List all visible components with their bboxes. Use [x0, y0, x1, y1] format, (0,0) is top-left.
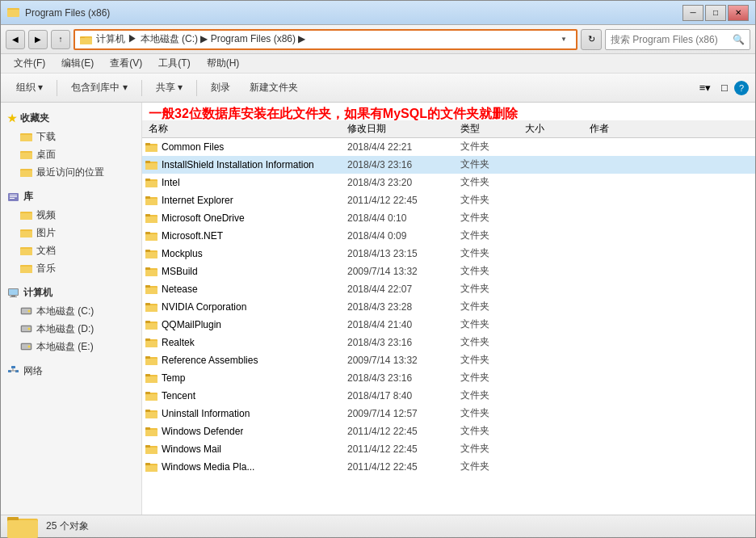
table-row[interactable]: MSBuild 2009/7/14 13:32 文件夹 — [142, 263, 755, 280]
table-row[interactable]: QQMailPlugin 2018/4/4 21:40 文件夹 — [142, 316, 755, 334]
table-row[interactable]: Tencent 2018/4/17 8:40 文件夹 — [142, 387, 755, 405]
svg-rect-89 — [145, 410, 150, 412]
address-folder-icon — [80, 33, 93, 46]
maximize-button[interactable]: □ — [705, 5, 726, 21]
svg-rect-95 — [145, 445, 150, 448]
sidebar-item-recent[interactable]: 最近访问的位置 — [1, 163, 141, 181]
pane-toggle-button[interactable]: □ — [715, 78, 734, 98]
file-list: Common Files 2018/4/4 22:21 文件夹 InstallS… — [142, 138, 755, 476]
sidebar-item-videos[interactable]: 视频 — [1, 206, 141, 224]
drive-e-icon — [20, 341, 33, 352]
sidebar-item-downloads[interactable]: 下载 — [1, 128, 141, 145]
address-dropdown-btn[interactable]: ▼ — [556, 31, 571, 48]
sidebar-drive-c[interactable]: 本地磁盘 (C:) — [1, 302, 141, 320]
sidebar-item-desktop[interactable]: 桌面 — [1, 145, 141, 163]
organize-button[interactable]: 组织 ▾ — [7, 77, 52, 99]
table-row[interactable]: Netease 2018/4/4 22:07 文件夹 — [142, 280, 755, 298]
file-name-cell: Netease — [145, 284, 347, 295]
status-bar: 25 个对象 — [1, 515, 755, 537]
table-row[interactable]: Reference Assemblies 2009/7/14 13:32 文件夹 — [142, 351, 755, 369]
svg-rect-81 — [145, 359, 158, 365]
table-row[interactable]: Windows Mail 2011/4/12 22:45 文件夹 — [142, 440, 755, 458]
search-input[interactable] — [611, 34, 733, 45]
svg-rect-17 — [20, 213, 32, 220]
include-library-button[interactable]: 包含到库中 ▾ — [62, 77, 136, 99]
sidebar-item-pictures[interactable]: 图片 — [1, 224, 141, 242]
col-header-type[interactable]: 类型 — [460, 122, 525, 136]
table-row[interactable]: Common Files 2018/4/4 22:21 文件夹 — [142, 138, 755, 156]
file-date: 2009/7/14 12:57 — [347, 408, 460, 419]
file-name-cell: Windows Media Pla... — [145, 461, 347, 473]
menu-help[interactable]: 帮助(H) — [200, 55, 246, 72]
file-date: 2018/4/4 22:07 — [347, 284, 460, 295]
file-name-cell: QQMailPlugin — [145, 319, 347, 330]
menu-file[interactable]: 文件(F) — [7, 55, 52, 72]
col-header-size[interactable]: 大小 — [525, 122, 590, 136]
table-row[interactable]: Uninstall Information 2009/7/14 12:57 文件… — [142, 405, 755, 422]
svg-rect-92 — [145, 427, 150, 430]
documents-folder-icon — [20, 244, 33, 257]
forward-button[interactable]: ▶ — [28, 30, 48, 49]
svg-rect-71 — [145, 303, 150, 305]
burn-button[interactable]: 刻录 — [202, 77, 239, 99]
table-row[interactable]: Microsoft.NET 2018/4/4 0:09 文件夹 — [142, 227, 755, 245]
svg-rect-53 — [145, 196, 150, 199]
help-button[interactable]: ? — [734, 81, 749, 95]
file-name: Netease — [162, 284, 198, 295]
sidebar-network-header[interactable]: 网络 — [1, 362, 141, 380]
table-row[interactable]: Mockplus 2018/4/13 23:15 文件夹 — [142, 245, 755, 263]
sidebar-header-favorites[interactable]: ★ 收藏夹 — [1, 109, 141, 128]
table-row[interactable]: NVIDIA Corporation 2018/4/3 23:28 文件夹 — [142, 298, 755, 316]
file-date: 2018/4/13 23:15 — [347, 248, 460, 259]
table-row[interactable]: InstallShield Installation Information 2… — [142, 156, 755, 174]
sidebar-libraries-label: 库 — [23, 190, 33, 204]
svg-rect-90 — [145, 412, 158, 418]
table-row[interactable]: Windows Media Pla... 2011/4/12 22:45 文件夹 — [142, 458, 755, 476]
close-button[interactable]: ✕ — [728, 5, 749, 21]
svg-rect-13 — [10, 195, 17, 195]
sidebar-item-documents[interactable]: 文档 — [1, 242, 141, 259]
minimize-button[interactable]: ─ — [682, 5, 704, 21]
file-name: Microsoft OneDrive — [162, 212, 245, 224]
back-button[interactable]: ◀ — [6, 30, 25, 49]
sidebar-drive-e[interactable]: 本地磁盘 (E:) — [1, 338, 141, 355]
file-folder-icon — [145, 443, 158, 455]
menu-edit[interactable]: 编辑(E) — [55, 55, 100, 72]
desktop-folder-icon — [20, 148, 33, 161]
file-folder-icon — [145, 284, 158, 295]
refresh-button[interactable]: ↻ — [581, 29, 602, 50]
col-header-name[interactable]: 名称 — [145, 122, 347, 136]
new-folder-button[interactable]: 新建文件夹 — [241, 77, 307, 99]
table-row[interactable]: Realtek 2018/4/3 23:16 文件夹 — [142, 334, 755, 351]
search-icon[interactable]: 🔍 — [733, 34, 745, 45]
libraries-icon — [7, 191, 20, 203]
music-folder-icon — [20, 262, 33, 275]
col-header-date[interactable]: 修改日期 — [347, 122, 460, 136]
file-name-cell: NVIDIA Corporation — [145, 301, 347, 313]
share-button[interactable]: 共享 ▾ — [147, 77, 191, 99]
up-button[interactable]: ↑ — [51, 30, 70, 49]
svg-rect-74 — [145, 321, 150, 323]
menu-view[interactable]: 查看(V) — [103, 55, 149, 72]
sidebar-header-libraries[interactable]: 库 — [1, 187, 141, 206]
file-name: QQMailPlugin — [162, 319, 221, 330]
table-row[interactable]: Microsoft OneDrive 2018/4/4 0:10 文件夹 — [142, 209, 755, 227]
col-header-author[interactable]: 作者 — [590, 122, 654, 136]
address-bar[interactable]: 计算机 ▶ 本地磁盘 (C:) ▶ Program Files (x86) ▶ … — [74, 29, 578, 50]
file-name: Reference Assemblies — [162, 355, 258, 366]
svg-rect-84 — [145, 376, 158, 383]
file-date: 2018/4/3 23:16 — [347, 337, 460, 348]
sidebar-item-music[interactable]: 音乐 — [1, 259, 141, 277]
sidebar-computer-header[interactable]: 计算机 — [1, 284, 141, 302]
sidebar-drive-d[interactable]: 本地磁盘 (D:) — [1, 320, 141, 338]
table-row[interactable]: Windows Defender 2011/4/12 22:45 文件夹 — [142, 422, 755, 440]
menu-tools[interactable]: 工具(T) — [152, 55, 196, 72]
table-row[interactable]: Intel 2018/4/3 23:20 文件夹 — [142, 174, 755, 191]
table-row[interactable]: Temp 2018/4/3 23:16 文件夹 — [142, 369, 755, 387]
svg-rect-56 — [145, 214, 150, 216]
toolbar: 组织 ▾ 包含到库中 ▾ 共享 ▾ 刻录 新建文件夹 ≡▾ □ ? — [1, 74, 755, 103]
table-row[interactable]: Internet Explorer 2011/4/12 22:45 文件夹 — [142, 191, 755, 209]
file-type: 文件夹 — [460, 442, 525, 456]
view-details-button[interactable]: ≡▾ — [695, 78, 715, 98]
file-name-cell: MSBuild — [145, 266, 347, 277]
